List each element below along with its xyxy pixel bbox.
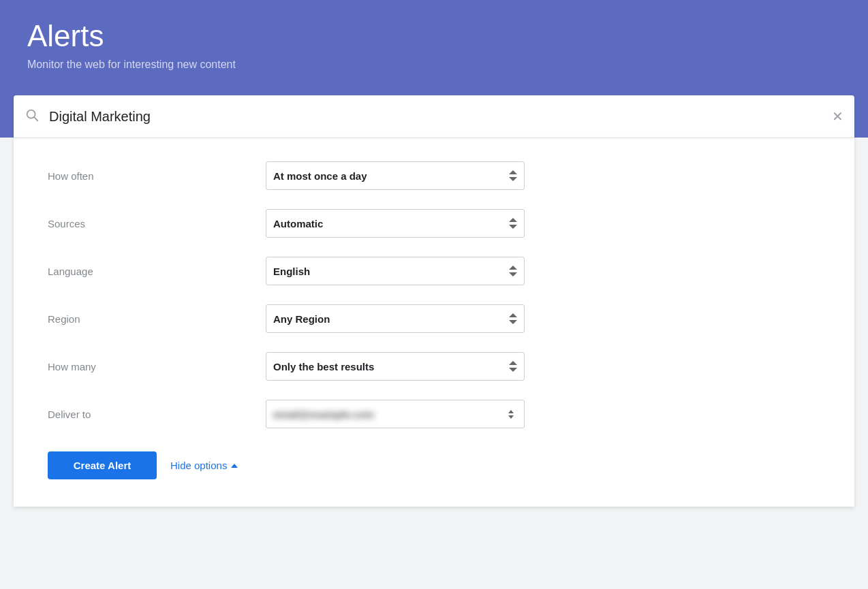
hide-options-link[interactable]: Hide options <box>170 460 238 471</box>
how-often-row: How often At most once a day As-it-happe… <box>48 152 820 200</box>
how-often-label: How often <box>48 170 266 182</box>
clear-icon[interactable]: ✕ <box>832 108 843 125</box>
language-select[interactable]: English Spanish French German <box>266 257 525 285</box>
chevron-up-icon <box>231 464 238 468</box>
options-panel: How often At most once a day As-it-happe… <box>14 138 854 507</box>
sources-select[interactable]: Automatic News Blogs Web Video Books Dis… <box>266 209 525 238</box>
header-subtitle: Monitor the web for interesting new cont… <box>27 59 841 71</box>
region-select[interactable]: Any Region United States United Kingdom <box>266 304 525 333</box>
deliver-to-value: email@example.com <box>266 409 503 420</box>
search-input[interactable] <box>49 109 832 125</box>
sources-label: Sources <box>48 218 266 229</box>
page-title: Alerts <box>27 19 841 53</box>
region-label: Region <box>48 313 266 325</box>
actions-row: Create Alert Hide options <box>48 438 820 486</box>
how-many-label: How many <box>48 361 266 372</box>
region-row: Region Any Region United States United K… <box>48 295 820 343</box>
header: Alerts Monitor the web for interesting n… <box>0 0 868 95</box>
deliver-to-arrows <box>503 410 524 419</box>
how-many-row: How many Only the best results All resul… <box>48 343 820 390</box>
deliver-to-row: Deliver to email@example.com <box>48 390 820 438</box>
how-often-select[interactable]: At most once a day As-it-happens At most… <box>266 161 525 190</box>
deliver-to-wrapper[interactable]: email@example.com <box>266 400 525 428</box>
search-icon <box>25 108 40 126</box>
create-alert-button[interactable]: Create Alert <box>48 451 157 479</box>
how-many-select[interactable]: Only the best results All results <box>266 352 525 381</box>
sources-row: Sources Automatic News Blogs Web Video B… <box>48 200 820 247</box>
search-bar-wrapper: ✕ <box>14 95 854 138</box>
search-bar-container: ✕ <box>0 95 868 138</box>
hide-options-label: Hide options <box>170 460 227 471</box>
deliver-to-label: Deliver to <box>48 409 266 420</box>
language-row: Language English Spanish French German <box>48 247 820 295</box>
language-label: Language <box>48 266 266 277</box>
svg-line-1 <box>34 117 37 121</box>
